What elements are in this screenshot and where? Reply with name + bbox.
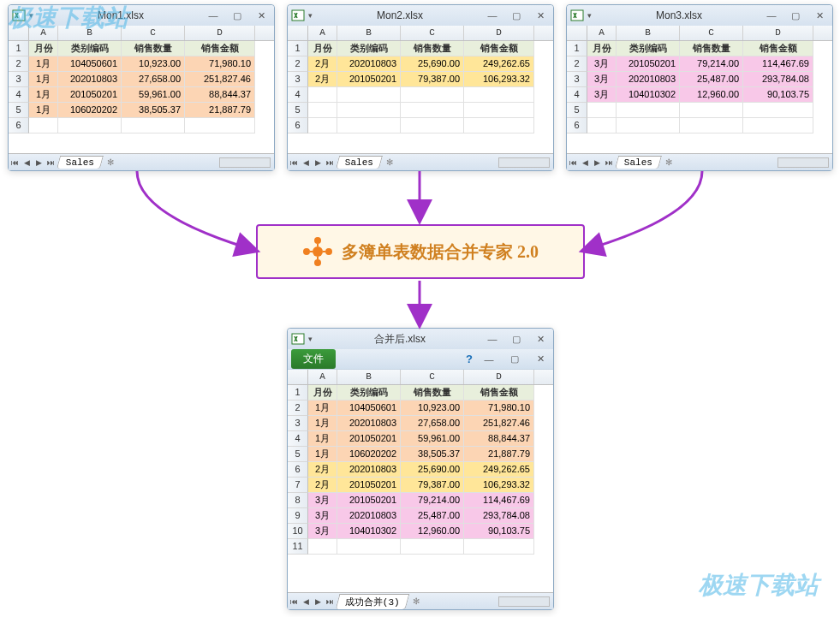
row-header[interactable]: 3 xyxy=(567,72,587,87)
cell[interactable] xyxy=(617,118,680,133)
cell[interactable] xyxy=(743,118,813,133)
spreadsheet-grid[interactable]: A B C D 1 月份 类别编码 销售数量 销售金额2 1月 10405060… xyxy=(288,370,553,592)
row-header[interactable]: 7 xyxy=(288,478,308,493)
cell[interactable]: 202010803 xyxy=(337,416,401,431)
cell[interactable] xyxy=(587,103,617,118)
cell[interactable]: 114,467.69 xyxy=(464,493,534,508)
col-header-c[interactable]: C xyxy=(122,26,185,40)
cell[interactable] xyxy=(29,118,58,133)
cell[interactable] xyxy=(464,539,534,555)
titlebar[interactable]: ▾ Mon2.xlsx — ▢ ✕ xyxy=(288,5,553,26)
add-sheet-icon[interactable]: ✻ xyxy=(102,157,119,167)
cell-header[interactable]: 类别编码 xyxy=(617,41,680,56)
cell[interactable]: 38,505.37 xyxy=(401,447,464,462)
cell[interactable]: 106,293.32 xyxy=(464,72,534,87)
cell[interactable]: 3月 xyxy=(587,72,617,87)
cell[interactable]: 38,505.37 xyxy=(122,103,185,118)
tab-next-icon[interactable]: ▶ xyxy=(312,158,324,167)
row-header[interactable]: 9 xyxy=(288,508,308,524)
row-header[interactable]: 6 xyxy=(567,118,587,133)
cell[interactable]: 90,103.75 xyxy=(743,87,813,103)
cell-header[interactable]: 月份 xyxy=(308,385,337,400)
cell-header[interactable]: 类别编码 xyxy=(337,41,401,56)
add-sheet-icon[interactable]: ✻ xyxy=(408,596,425,606)
cell[interactable]: 3月 xyxy=(587,87,617,103)
maximize-button[interactable]: ▢ xyxy=(507,333,526,345)
maximize-button[interactable]: ▢ xyxy=(507,9,526,21)
cell[interactable]: 21,887.79 xyxy=(464,447,534,462)
cell[interactable]: 293,784.08 xyxy=(464,508,534,524)
cell[interactable]: 25,690.00 xyxy=(401,56,464,72)
tab-prev-icon[interactable]: ◀ xyxy=(21,158,33,167)
cell[interactable] xyxy=(308,87,337,103)
cell[interactable]: 59,961.00 xyxy=(122,87,185,103)
col-header-c[interactable]: C xyxy=(401,26,464,40)
tab-first-icon[interactable]: ⏮ xyxy=(288,158,300,167)
row-header[interactable]: 1 xyxy=(9,41,29,56)
cell-header[interactable]: 月份 xyxy=(29,41,58,56)
cell[interactable] xyxy=(337,118,401,133)
cell[interactable]: 10,923.00 xyxy=(401,400,464,416)
cell[interactable]: 202010803 xyxy=(337,56,401,72)
add-sheet-icon[interactable]: ✻ xyxy=(381,157,398,167)
cell[interactable] xyxy=(743,103,813,118)
col-header-b[interactable]: B xyxy=(58,26,122,40)
close-button[interactable]: ✕ xyxy=(810,9,829,21)
select-all-corner[interactable] xyxy=(288,26,308,40)
row-header[interactable]: 11 xyxy=(288,539,308,555)
row-header[interactable]: 6 xyxy=(288,462,308,478)
col-header-c[interactable]: C xyxy=(401,370,464,384)
cell[interactable]: 2月 xyxy=(308,56,337,72)
maximize-button[interactable]: ▢ xyxy=(228,9,247,21)
cell[interactable] xyxy=(337,103,401,118)
cell[interactable]: 3月 xyxy=(308,524,337,539)
horizontal-scrollbar[interactable] xyxy=(498,157,550,168)
cell[interactable]: 12,960.00 xyxy=(401,524,464,539)
cell[interactable]: 114,467.69 xyxy=(743,56,813,72)
cell[interactable] xyxy=(401,118,464,133)
cell[interactable]: 293,784.08 xyxy=(743,72,813,87)
tab-next-icon[interactable]: ▶ xyxy=(33,158,45,167)
cell[interactable]: 25,690.00 xyxy=(401,462,464,478)
cell[interactable]: 25,487.00 xyxy=(401,508,464,524)
titlebar[interactable]: ▾ Mon3.xlsx — ▢ ✕ xyxy=(567,5,832,26)
cell-header[interactable]: 月份 xyxy=(587,41,617,56)
horizontal-scrollbar[interactable] xyxy=(498,596,550,607)
cell[interactable]: 59,961.00 xyxy=(401,431,464,447)
sheet-tab[interactable]: Sales xyxy=(615,156,662,169)
sheet-tab[interactable]: 成功合并(3) xyxy=(336,594,410,609)
cell[interactable]: 202010803 xyxy=(337,462,401,478)
cell[interactable]: 2月 xyxy=(308,72,337,87)
cell[interactable]: 201050201 xyxy=(337,72,401,87)
tab-prev-icon[interactable]: ◀ xyxy=(579,158,591,167)
tab-next-icon[interactable]: ▶ xyxy=(312,597,324,606)
cell[interactable]: 202010803 xyxy=(58,72,122,87)
tab-last-icon[interactable]: ⏭ xyxy=(324,597,336,606)
add-sheet-icon[interactable]: ✻ xyxy=(660,157,677,167)
col-header-a[interactable]: A xyxy=(308,370,337,384)
select-all-corner[interactable] xyxy=(288,370,308,384)
cell[interactable]: 249,262.65 xyxy=(464,462,534,478)
cell[interactable]: 27,658.00 xyxy=(401,416,464,431)
tab-prev-icon[interactable]: ◀ xyxy=(300,597,312,606)
cell[interactable]: 104050601 xyxy=(58,56,122,72)
col-header-b[interactable]: B xyxy=(617,26,680,40)
cell[interactable]: 3月 xyxy=(308,493,337,508)
cell[interactable] xyxy=(337,87,401,103)
cell-header[interactable]: 销售数量 xyxy=(401,41,464,56)
cell[interactable]: 88,844.37 xyxy=(464,431,534,447)
file-button[interactable]: 文件 xyxy=(291,349,336,369)
cell[interactable]: 1月 xyxy=(308,447,337,462)
tab-first-icon[interactable]: ⏮ xyxy=(288,597,300,606)
sheet-tab[interactable]: Sales xyxy=(57,156,104,169)
cell-header[interactable]: 月份 xyxy=(308,41,337,56)
row-header[interactable]: 2 xyxy=(567,56,587,72)
minimize-button[interactable]: — xyxy=(483,333,502,345)
row-header[interactable]: 3 xyxy=(288,72,308,87)
col-header-a[interactable]: A xyxy=(29,26,58,40)
col-header-d[interactable]: D xyxy=(464,26,534,40)
row-header[interactable]: 4 xyxy=(288,87,308,103)
row-header[interactable]: 3 xyxy=(9,72,29,87)
minimize-button[interactable]: — xyxy=(204,9,223,21)
cell[interactable]: 3月 xyxy=(587,56,617,72)
